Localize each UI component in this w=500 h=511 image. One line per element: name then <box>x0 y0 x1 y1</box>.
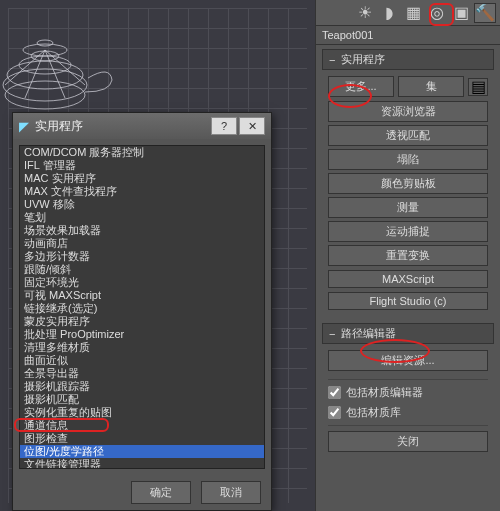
list-item[interactable]: 图形检查 <box>20 432 264 445</box>
rollout-title: 路径编辑器 <box>341 326 396 341</box>
tab-icon[interactable]: ◗ <box>378 3 400 23</box>
list-item[interactable]: 清理多维材质 <box>20 341 264 354</box>
list-item[interactable]: 摄影机匹配 <box>20 393 264 406</box>
list-item[interactable]: 链接继承(选定) <box>20 302 264 315</box>
list-item[interactable]: UVW 移除 <box>20 198 264 211</box>
list-item[interactable]: 通道信息 <box>20 419 264 432</box>
checkbox-label: 包括材质编辑器 <box>346 385 423 400</box>
command-panel: ☀ ◗ ▦ ◎ ▣ 🔨 Teapot001 −实用程序 更多... 集 ▤ 资源… <box>315 0 500 511</box>
tab-icon[interactable]: ▣ <box>450 3 472 23</box>
close-button[interactable]: 关闭 <box>328 431 488 452</box>
svg-point-6 <box>37 40 53 46</box>
utilities-listbox[interactable]: COM/DCOM 服务器控制IFL 管理器MAC 实用程序MAX 文件查找程序U… <box>19 145 265 469</box>
include-mat-editor-checkbox[interactable]: 包括材质编辑器 <box>328 385 488 400</box>
list-item[interactable]: COM/DCOM 服务器控制 <box>20 146 264 159</box>
utility-button[interactable]: 透视匹配 <box>328 125 488 146</box>
utility-button[interactable]: 测量 <box>328 197 488 218</box>
path-editor-rollout: −路径编辑器 编辑资源... 包括材质编辑器 包括材质库 关闭 <box>322 323 494 461</box>
utilities-tab-icon[interactable]: 🔨 <box>474 3 496 23</box>
list-item[interactable]: MAC 实用程序 <box>20 172 264 185</box>
object-name: Teapot001 <box>316 26 500 45</box>
rollout-title: 实用程序 <box>341 52 385 67</box>
help-button[interactable]: ? <box>211 117 237 135</box>
close-icon[interactable]: ✕ <box>239 117 265 135</box>
cancel-button[interactable]: 取消 <box>201 481 261 504</box>
config-icon[interactable]: ▤ <box>468 78 488 96</box>
more-button[interactable]: 更多... <box>328 76 394 97</box>
list-item[interactable]: 文件链接管理器 <box>20 458 264 469</box>
list-item[interactable]: 实例化重复的贴图 <box>20 406 264 419</box>
list-item[interactable]: 摄影机跟踪器 <box>20 380 264 393</box>
list-item[interactable]: IFL 管理器 <box>20 159 264 172</box>
svg-point-0 <box>5 81 85 109</box>
tab-icon[interactable]: ☀ <box>354 3 376 23</box>
list-item[interactable]: 蒙皮实用程序 <box>20 315 264 328</box>
list-item[interactable]: 动画商店 <box>20 237 264 250</box>
utility-button[interactable]: 颜色剪贴板 <box>328 173 488 194</box>
ok-button[interactable]: 确定 <box>131 481 191 504</box>
panel-tabs: ☀ ◗ ▦ ◎ ▣ 🔨 <box>316 0 500 26</box>
list-item[interactable]: 全景导出器 <box>20 367 264 380</box>
utility-button[interactable]: MAXScript <box>328 270 488 288</box>
tab-icon[interactable]: ◎ <box>426 3 448 23</box>
list-item[interactable]: 批处理 ProOptimizer <box>20 328 264 341</box>
utilities-rollout: −实用程序 更多... 集 ▤ 资源浏览器透视匹配塌陷颜色剪贴板测量运动捕捉重置… <box>322 49 494 319</box>
utility-button[interactable]: 塌陷 <box>328 149 488 170</box>
sets-button[interactable]: 集 <box>398 76 464 97</box>
list-item[interactable]: 可视 MAXScript <box>20 289 264 302</box>
utilities-dialog: ◤ 实用程序 ? ✕ COM/DCOM 服务器控制IFL 管理器MAC 实用程序… <box>12 112 272 511</box>
list-item[interactable]: 曲面近似 <box>20 354 264 367</box>
tab-icon[interactable]: ▦ <box>402 3 424 23</box>
svg-point-2 <box>7 61 83 89</box>
teapot-wireframe <box>0 30 120 120</box>
list-item[interactable]: 位图/光度学路径 <box>20 445 264 458</box>
utility-button[interactable]: 运动捕捉 <box>328 221 488 242</box>
dialog-title: 实用程序 <box>35 118 83 135</box>
checkbox-label: 包括材质库 <box>346 405 401 420</box>
svg-point-3 <box>19 56 71 74</box>
list-item[interactable]: 场景效果加载器 <box>20 224 264 237</box>
rollout-header[interactable]: −路径编辑器 <box>322 323 494 344</box>
list-item[interactable]: MAX 文件查找程序 <box>20 185 264 198</box>
edit-resource-button[interactable]: 编辑资源... <box>328 350 488 371</box>
list-item[interactable]: 多边形计数器 <box>20 250 264 263</box>
utility-button[interactable]: 资源浏览器 <box>328 101 488 122</box>
include-mat-lib-checkbox[interactable]: 包括材质库 <box>328 405 488 420</box>
list-item[interactable]: 跟随/倾斜 <box>20 263 264 276</box>
app-logo-icon: ◤ <box>19 119 29 134</box>
rollout-header[interactable]: −实用程序 <box>322 49 494 70</box>
utility-button[interactable]: Flight Studio (c) <box>328 292 488 310</box>
dialog-titlebar[interactable]: ◤ 实用程序 ? ✕ <box>13 113 271 139</box>
utility-button[interactable]: 重置变换 <box>328 245 488 266</box>
list-item[interactable]: 固定环境光 <box>20 276 264 289</box>
list-item[interactable]: 笔划 <box>20 211 264 224</box>
